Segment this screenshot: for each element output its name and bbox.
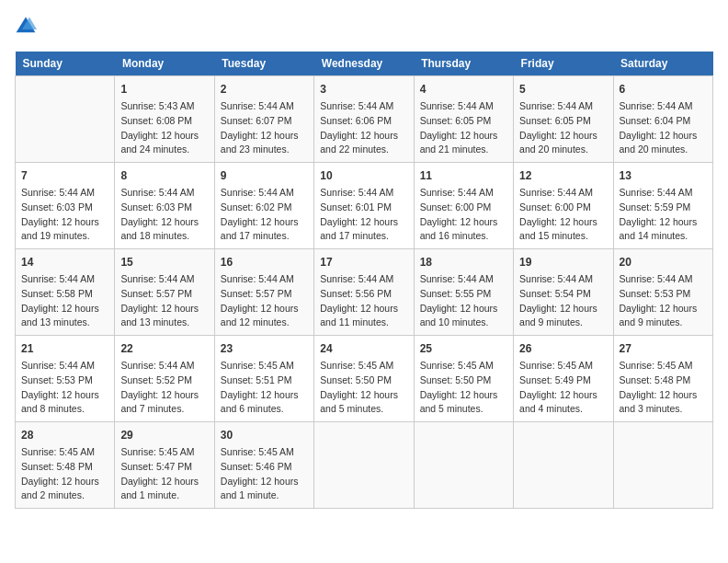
week-row-2: 7Sunrise: 5:44 AM Sunset: 6:03 PM Daylig… xyxy=(16,163,713,249)
day-number: 14 xyxy=(21,254,108,270)
day-number: 16 xyxy=(221,254,308,270)
logo xyxy=(15,15,39,40)
day-number: 23 xyxy=(221,340,308,357)
day-number: 30 xyxy=(221,427,308,443)
calendar-cell xyxy=(16,76,115,163)
day-header-sunday: Sunday xyxy=(16,52,115,76)
calendar-cell: 2Sunrise: 5:44 AM Sunset: 6:07 PM Daylig… xyxy=(214,76,313,163)
day-info: Sunrise: 5:45 AM Sunset: 5:48 PM Dayligh… xyxy=(620,359,707,417)
header xyxy=(15,15,713,40)
calendar-cell: 1Sunrise: 5:43 AM Sunset: 6:08 PM Daylig… xyxy=(115,76,214,163)
calendar-cell: 23Sunrise: 5:45 AM Sunset: 5:51 PM Dayli… xyxy=(214,336,313,422)
day-number: 12 xyxy=(519,167,607,184)
calendar-cell: 15Sunrise: 5:44 AM Sunset: 5:57 PM Dayli… xyxy=(115,249,214,336)
day-info: Sunrise: 5:44 AM Sunset: 6:03 PM Dayligh… xyxy=(21,186,108,244)
day-number: 11 xyxy=(420,167,507,184)
calendar-cell: 9Sunrise: 5:44 AM Sunset: 6:02 PM Daylig… xyxy=(214,163,313,249)
day-number: 2 xyxy=(221,81,308,98)
day-number: 19 xyxy=(519,254,607,270)
day-number: 17 xyxy=(320,254,407,270)
day-info: Sunrise: 5:44 AM Sunset: 6:01 PM Dayligh… xyxy=(320,186,407,244)
calendar-cell: 16Sunrise: 5:44 AM Sunset: 5:57 PM Dayli… xyxy=(214,249,313,336)
day-number: 6 xyxy=(620,81,707,98)
day-info: Sunrise: 5:45 AM Sunset: 5:51 PM Dayligh… xyxy=(221,359,308,417)
day-info: Sunrise: 5:45 AM Sunset: 5:49 PM Dayligh… xyxy=(519,359,607,417)
week-row-3: 14Sunrise: 5:44 AM Sunset: 5:58 PM Dayli… xyxy=(16,249,713,336)
day-number: 1 xyxy=(120,81,208,98)
day-header-wednesday: Wednesday xyxy=(314,52,414,76)
day-info: Sunrise: 5:45 AM Sunset: 5:50 PM Dayligh… xyxy=(320,359,407,417)
day-info: Sunrise: 5:44 AM Sunset: 5:53 PM Dayligh… xyxy=(620,272,707,330)
day-info: Sunrise: 5:45 AM Sunset: 5:47 PM Dayligh… xyxy=(120,445,208,503)
calendar-cell: 20Sunrise: 5:44 AM Sunset: 5:53 PM Dayli… xyxy=(613,249,712,336)
calendar-cell: 29Sunrise: 5:45 AM Sunset: 5:47 PM Dayli… xyxy=(115,422,214,509)
day-info: Sunrise: 5:44 AM Sunset: 6:05 PM Dayligh… xyxy=(420,99,507,157)
calendar-cell: 7Sunrise: 5:44 AM Sunset: 6:03 PM Daylig… xyxy=(16,163,115,249)
calendar-cell xyxy=(514,422,613,509)
calendar-cell: 24Sunrise: 5:45 AM Sunset: 5:50 PM Dayli… xyxy=(314,336,414,422)
calendar-cell: 10Sunrise: 5:44 AM Sunset: 6:01 PM Dayli… xyxy=(314,163,414,249)
calendar-body: 1Sunrise: 5:43 AM Sunset: 6:08 PM Daylig… xyxy=(16,76,713,509)
day-info: Sunrise: 5:44 AM Sunset: 6:00 PM Dayligh… xyxy=(519,186,607,244)
day-number: 21 xyxy=(21,340,108,357)
day-info: Sunrise: 5:44 AM Sunset: 5:57 PM Dayligh… xyxy=(120,272,208,330)
day-info: Sunrise: 5:45 AM Sunset: 5:48 PM Dayligh… xyxy=(21,445,108,503)
calendar-table: SundayMondayTuesdayWednesdayThursdayFrid… xyxy=(15,52,713,509)
day-info: Sunrise: 5:45 AM Sunset: 5:50 PM Dayligh… xyxy=(420,359,507,417)
day-number: 7 xyxy=(21,167,108,184)
calendar-cell: 3Sunrise: 5:44 AM Sunset: 6:06 PM Daylig… xyxy=(314,76,414,163)
calendar-cell: 30Sunrise: 5:45 AM Sunset: 5:46 PM Dayli… xyxy=(214,422,313,509)
calendar-header-row: SundayMondayTuesdayWednesdayThursdayFrid… xyxy=(16,52,713,76)
calendar-cell xyxy=(414,422,513,509)
day-info: Sunrise: 5:44 AM Sunset: 6:03 PM Dayligh… xyxy=(120,186,208,244)
day-info: Sunrise: 5:44 AM Sunset: 5:55 PM Dayligh… xyxy=(420,272,507,330)
day-header-friday: Friday xyxy=(514,52,613,76)
day-info: Sunrise: 5:44 AM Sunset: 5:59 PM Dayligh… xyxy=(620,186,707,244)
day-info: Sunrise: 5:44 AM Sunset: 5:54 PM Dayligh… xyxy=(519,272,607,330)
day-header-monday: Monday xyxy=(115,52,214,76)
day-number: 20 xyxy=(620,254,707,270)
day-info: Sunrise: 5:43 AM Sunset: 6:08 PM Dayligh… xyxy=(120,99,208,157)
calendar-cell: 22Sunrise: 5:44 AM Sunset: 5:52 PM Dayli… xyxy=(115,336,214,422)
day-number: 24 xyxy=(320,340,407,357)
calendar-cell xyxy=(613,422,712,509)
day-info: Sunrise: 5:44 AM Sunset: 6:00 PM Dayligh… xyxy=(420,186,507,244)
day-info: Sunrise: 5:44 AM Sunset: 6:02 PM Dayligh… xyxy=(221,186,308,244)
day-header-saturday: Saturday xyxy=(613,52,712,76)
day-info: Sunrise: 5:44 AM Sunset: 6:06 PM Dayligh… xyxy=(320,99,407,157)
calendar-cell: 5Sunrise: 5:44 AM Sunset: 6:05 PM Daylig… xyxy=(514,76,613,163)
calendar-cell xyxy=(314,422,414,509)
day-info: Sunrise: 5:44 AM Sunset: 6:05 PM Dayligh… xyxy=(519,99,607,157)
calendar-cell: 4Sunrise: 5:44 AM Sunset: 6:05 PM Daylig… xyxy=(414,76,513,163)
calendar-cell: 12Sunrise: 5:44 AM Sunset: 6:00 PM Dayli… xyxy=(514,163,613,249)
day-info: Sunrise: 5:44 AM Sunset: 6:04 PM Dayligh… xyxy=(620,99,707,157)
calendar-cell: 6Sunrise: 5:44 AM Sunset: 6:04 PM Daylig… xyxy=(613,76,712,163)
calendar-cell: 21Sunrise: 5:44 AM Sunset: 5:53 PM Dayli… xyxy=(16,336,115,422)
day-number: 27 xyxy=(620,340,707,357)
day-number: 10 xyxy=(320,167,407,184)
day-number: 25 xyxy=(420,340,507,357)
calendar-cell: 27Sunrise: 5:45 AM Sunset: 5:48 PM Dayli… xyxy=(613,336,712,422)
day-number: 18 xyxy=(420,254,507,270)
day-number: 26 xyxy=(519,340,607,357)
day-number: 4 xyxy=(420,81,507,98)
calendar-cell: 25Sunrise: 5:45 AM Sunset: 5:50 PM Dayli… xyxy=(414,336,513,422)
day-info: Sunrise: 5:44 AM Sunset: 6:07 PM Dayligh… xyxy=(221,99,308,157)
week-row-1: 1Sunrise: 5:43 AM Sunset: 6:08 PM Daylig… xyxy=(16,76,713,163)
calendar-cell: 13Sunrise: 5:44 AM Sunset: 5:59 PM Dayli… xyxy=(613,163,712,249)
day-number: 5 xyxy=(519,81,607,98)
week-row-4: 21Sunrise: 5:44 AM Sunset: 5:53 PM Dayli… xyxy=(16,336,713,422)
day-number: 13 xyxy=(620,167,707,184)
calendar-cell: 11Sunrise: 5:44 AM Sunset: 6:00 PM Dayli… xyxy=(414,163,513,249)
week-row-5: 28Sunrise: 5:45 AM Sunset: 5:48 PM Dayli… xyxy=(16,422,713,509)
day-number: 8 xyxy=(120,167,208,184)
calendar-cell: 14Sunrise: 5:44 AM Sunset: 5:58 PM Dayli… xyxy=(16,249,115,336)
day-number: 22 xyxy=(120,340,208,357)
day-number: 15 xyxy=(120,254,208,270)
day-info: Sunrise: 5:45 AM Sunset: 5:46 PM Dayligh… xyxy=(221,445,308,503)
calendar-cell: 28Sunrise: 5:45 AM Sunset: 5:48 PM Dayli… xyxy=(16,422,115,509)
calendar-cell: 17Sunrise: 5:44 AM Sunset: 5:56 PM Dayli… xyxy=(314,249,414,336)
day-header-tuesday: Tuesday xyxy=(214,52,313,76)
day-info: Sunrise: 5:44 AM Sunset: 5:53 PM Dayligh… xyxy=(21,359,108,417)
day-info: Sunrise: 5:44 AM Sunset: 5:57 PM Dayligh… xyxy=(221,272,308,330)
